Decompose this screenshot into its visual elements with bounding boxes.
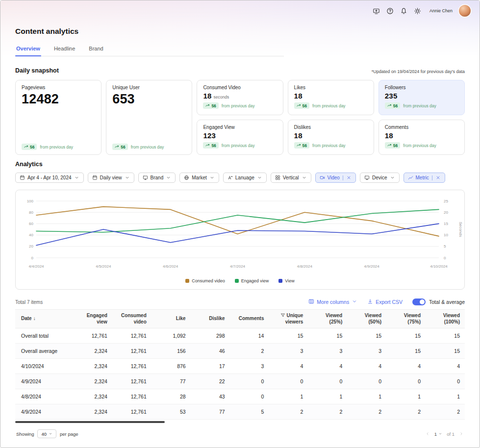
card-value: 18 (294, 131, 368, 140)
column-header-viewed-25[interactable]: Viewed (25%) (308, 310, 347, 328)
svg-text:4/7/2024: 4/7/2024 (230, 264, 246, 269)
table-row[interactable]: Overall average2,32412,7611564623331515 (15, 344, 465, 359)
chart-card: 02040608010005101520254/4/20244/5/20244/… (15, 190, 465, 290)
bell-icon[interactable] (400, 7, 407, 15)
snapshot-card-unique-user: Unique User65356from previous day (106, 80, 192, 155)
delta-badge: 56 (385, 102, 400, 109)
filter-bar: Apr 4 - Apr 10, 2024Daily viewBrandMarke… (15, 173, 465, 183)
analytics-line-chart: 02040608010005101520254/4/20244/5/20244/… (20, 197, 462, 272)
showing-label: Showing (16, 431, 34, 437)
table-cell: 12,761 (112, 374, 152, 389)
table-row[interactable]: 4/9/20242,32412,7615377522222 (15, 404, 465, 420)
table-summary: Total 7 items (15, 299, 43, 305)
legend-marker-icon (278, 279, 282, 283)
table-cell: 12,761 (73, 328, 112, 344)
toggle-switch[interactable] (412, 299, 426, 305)
calendar-icon (92, 175, 98, 180)
filter-chip-vertical[interactable]: Vertical (271, 173, 311, 183)
chevron-down-icon (166, 175, 171, 180)
table-row[interactable]: 4/8/20242,32412,7612843011111 (15, 389, 465, 404)
table-cell: 15 (426, 344, 465, 359)
column-header-viewed-100[interactable]: Viewed (100%) (426, 310, 465, 328)
total-average-toggle[interactable]: Total & average (412, 299, 465, 305)
grid-icon (275, 175, 280, 180)
table-row[interactable]: 4/10/20242,32412,76187617344444 (15, 359, 465, 374)
svg-text:60: 60 (29, 222, 33, 226)
table-cell: 0 (269, 374, 308, 389)
card-value: 12482 (22, 92, 95, 107)
filter-label: Vertical (283, 175, 299, 180)
svg-text:4/4/2024: 4/4/2024 (28, 264, 44, 269)
table-cell: 53 (152, 404, 191, 420)
trend-up-icon (24, 145, 28, 149)
export-csv-button[interactable]: Export CSV (367, 299, 403, 305)
snapshot-card-pageviews: Pageviews1248256from previous day (15, 80, 101, 155)
help-icon[interactable] (386, 7, 394, 15)
delta-badge: 56 (203, 142, 218, 149)
gear-icon[interactable] (414, 7, 421, 15)
page-head: Content analytics OverviewHeadlineBrand (0, 21, 480, 56)
tab-overview[interactable]: Overview (15, 43, 41, 56)
chip-divider (432, 175, 432, 180)
svg-text:15: 15 (444, 222, 448, 226)
column-header-comments[interactable]: Comments (230, 310, 269, 328)
filter-chip-brand[interactable]: Brand (138, 173, 176, 183)
filter-chip-apr-4-apr-10-2024[interactable]: Apr 4 - Apr 10, 2024 (15, 173, 84, 183)
column-header-engaged-view[interactable]: Engaged view (73, 310, 112, 328)
delta-badge: 56 (203, 102, 218, 109)
table-cell: 12,761 (112, 389, 152, 404)
metric-icon (408, 175, 413, 180)
next-page-button[interactable] (459, 431, 464, 436)
table-row[interactable]: Overall total12,76112,7611,0922981415151… (15, 328, 465, 344)
filter-chip-daily-view[interactable]: Daily view (88, 173, 134, 183)
column-header-date[interactable]: Date↓ (15, 310, 73, 328)
filter-chip-market[interactable]: Market (179, 173, 219, 183)
bell-icon (400, 7, 407, 15)
table-footer: Showing 40 per page 1 of 1 (15, 423, 465, 438)
more-columns-button[interactable]: More columns (308, 299, 357, 305)
prev-page-button[interactable] (425, 431, 430, 436)
monitor-icon (364, 175, 370, 180)
sort-desc-icon: ↓ (33, 316, 36, 321)
column-header-unique-viewers[interactable]: Unique viewers (269, 310, 308, 328)
tab-headline[interactable]: Headline (53, 43, 76, 56)
filter-chip-metric[interactable]: Metric (404, 173, 445, 183)
section-title-daily-snapshot: Daily snapshot (15, 67, 59, 74)
table-cell: 15 (308, 328, 347, 344)
table-cell: 46 (191, 344, 230, 359)
chevron-down-icon (438, 432, 442, 436)
tab-brand[interactable]: Brand (88, 43, 104, 56)
trend-up-icon (205, 103, 210, 108)
column-header-dislike[interactable]: Dislike (191, 310, 230, 328)
table-row[interactable]: 4/9/20242,32412,7617722000000 (15, 374, 465, 389)
table-cell: 3 (308, 344, 347, 359)
card-label: Unique User (112, 85, 186, 90)
column-header-viewed-50[interactable]: Viewed (50%) (347, 310, 386, 328)
filter-label: Video (328, 175, 340, 180)
snapshot-card-consumed-video: Consumed Video18seconds56from previous d… (197, 80, 283, 115)
table-cell: 2,324 (73, 344, 112, 359)
filter-chip-lanuage[interactable]: Lanuage (223, 173, 267, 183)
table-cell: 0 (308, 374, 347, 389)
card-value: 18 (294, 92, 368, 100)
legend-item-engaged-view[interactable]: Engaged view (235, 278, 269, 283)
card-delta: 56from previous day (385, 102, 458, 109)
table-cell: 1 (308, 389, 347, 404)
page-size-select[interactable]: 40 (37, 429, 56, 438)
column-header-viewed-75[interactable]: Viewed (75%) (386, 310, 426, 328)
page-number-select[interactable]: 1 (434, 431, 442, 437)
daily-snapshot-section: Daily snapshot *Updated on 19/04/2024 fo… (15, 67, 465, 155)
table-cell: 0 (386, 374, 426, 389)
trend-up-icon (387, 143, 392, 148)
table-cell: 4/10/2024 (15, 359, 73, 374)
legend-item-consumed-video[interactable]: Consumed video (185, 278, 225, 283)
column-header-consumed-video[interactable]: Consumed video (112, 310, 152, 328)
card-unit: seconds (213, 95, 229, 100)
filter-chip-video[interactable]: Video (315, 173, 356, 183)
screen-share-icon[interactable] (373, 7, 380, 15)
filter-chip-device[interactable]: Device (360, 173, 400, 183)
column-header-like[interactable]: Like (152, 310, 191, 328)
close-icon (346, 175, 352, 180)
user-avatar[interactable] (459, 5, 471, 17)
legend-item-view[interactable]: View (278, 278, 294, 283)
